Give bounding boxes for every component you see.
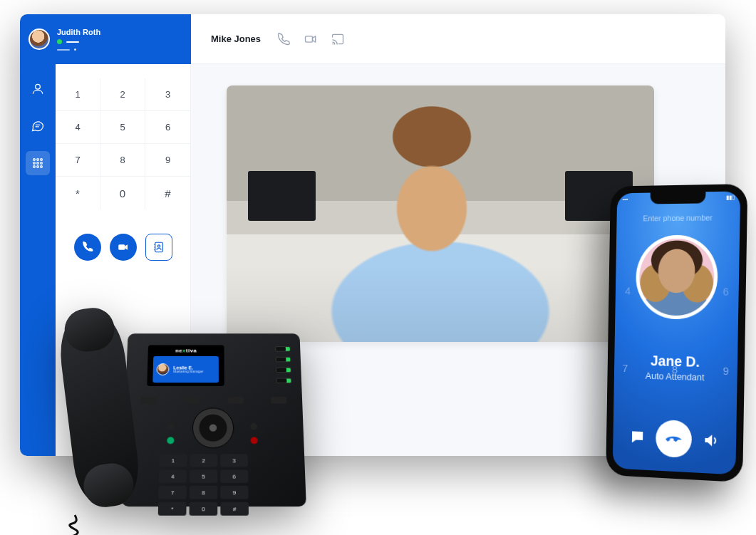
nav-chat[interactable] — [26, 114, 50, 138]
status-dot-2 — [74, 48, 76, 51]
contact-name: Mike Jones — [211, 33, 261, 44]
header-cast-button[interactable] — [331, 32, 345, 46]
mkey-9: 9 — [723, 365, 729, 377]
mkey-8: 8 — [672, 363, 678, 375]
dial-key-8[interactable]: 8 — [100, 144, 145, 177]
desk-phone-avatar — [156, 363, 169, 375]
desk-phone: nextiva Leslie E. Marketing Manager — [64, 306, 321, 520]
dial-key-hash[interactable]: # — [145, 177, 190, 209]
dial-key-6[interactable]: 6 — [145, 111, 190, 144]
dial-key-7[interactable]: 7 — [56, 144, 100, 177]
mobile-input-hint: Enter phone number — [643, 213, 713, 222]
svg-point-8 — [41, 162, 43, 165]
kp-5: 5 — [190, 469, 217, 482]
video-frame[interactable] — [227, 85, 654, 342]
svg-point-4 — [37, 159, 39, 161]
mobile-hangup-button[interactable] — [656, 420, 692, 458]
end-btn — [250, 437, 257, 444]
status-line-2 — [57, 49, 70, 51]
led-3 — [276, 368, 291, 373]
header-call-button[interactable] — [276, 32, 291, 46]
svg-point-6 — [33, 162, 36, 165]
mobile-chat-button[interactable] — [629, 428, 646, 446]
softkey-1 — [141, 397, 157, 404]
svg-rect-12 — [118, 244, 125, 250]
video-icon — [117, 241, 130, 254]
svg-point-10 — [37, 166, 39, 168]
desk-phone-leds — [275, 346, 291, 383]
svg-point-3 — [33, 159, 36, 161]
dial-grid: 1 2 3 4 5 6 7 8 9 * 0 # — [56, 78, 190, 209]
phone-icon — [81, 241, 94, 254]
mkey-6: 6 — [723, 285, 729, 297]
kp-star: * — [158, 502, 187, 516]
nav-dialpad[interactable] — [26, 151, 50, 175]
current-user-avatar[interactable] — [29, 28, 50, 50]
header-actions — [276, 32, 345, 46]
softkey-3 — [227, 397, 243, 404]
video-feed — [227, 85, 654, 342]
kp-3: 3 — [220, 454, 248, 467]
video-call-button[interactable] — [110, 234, 137, 261]
address-book-icon — [152, 241, 165, 254]
mkey-4: 4 — [625, 285, 631, 297]
svg-point-5 — [41, 159, 43, 161]
svg-rect-18 — [306, 36, 313, 41]
led-1 — [275, 346, 291, 351]
sidebar-nav — [20, 64, 56, 456]
mkey-7: 7 — [622, 362, 628, 374]
mobile-keys-mid: 4 6 — [616, 284, 739, 297]
fn-btn-1 — [167, 423, 175, 430]
mobile-call-controls — [613, 418, 736, 461]
grid-icon — [31, 156, 45, 170]
phone-icon — [276, 32, 291, 46]
kp-hash: # — [220, 502, 249, 516]
svg-point-9 — [33, 166, 36, 168]
chat-icon — [629, 428, 646, 446]
desk-phone-softkeys — [141, 397, 287, 404]
user-info: Judith Roth — [57, 28, 100, 51]
dial-key-0[interactable]: 0 — [100, 177, 145, 209]
header-video-button[interactable] — [304, 32, 318, 46]
call-button[interactable] — [74, 234, 101, 261]
mobile-caller-avatar — [638, 239, 715, 316]
svg-point-11 — [41, 166, 43, 168]
dial-key-3[interactable]: 3 — [145, 78, 190, 111]
dial-key-9[interactable]: 9 — [145, 144, 190, 177]
user-bar: Judith Roth — [20, 14, 191, 64]
desk-phone-base: nextiva Leslie E. Marketing Manager — [121, 333, 306, 507]
dial-key-star[interactable]: * — [56, 177, 100, 209]
dial-key-5[interactable]: 5 — [100, 111, 145, 144]
softkey-4 — [271, 397, 286, 404]
desk-phone-caller: Leslie E. Marketing Manager — [152, 356, 219, 383]
kp-9: 9 — [220, 486, 248, 499]
cast-icon — [331, 32, 345, 46]
status-line — [66, 41, 79, 43]
hangup-icon — [665, 429, 683, 448]
svg-point-7 — [37, 162, 39, 165]
current-user-name: Judith Roth — [57, 28, 100, 36]
dial-key-2[interactable]: 2 — [100, 78, 145, 111]
kp-2: 2 — [190, 454, 217, 467]
mobile-phone: •••▮▮▯ Enter phone number 4 6 7 8 9 Jane… — [606, 184, 747, 482]
nav-contacts[interactable] — [26, 77, 50, 101]
svg-point-19 — [333, 43, 334, 44]
kp-0: 0 — [190, 502, 218, 516]
desk-phone-caller-role: Marketing Manager — [173, 370, 203, 373]
kp-6: 6 — [220, 469, 248, 482]
secondary-status-row — [57, 48, 100, 51]
status-row[interactable] — [57, 39, 100, 44]
mobile-speaker-button[interactable] — [703, 432, 720, 450]
dial-key-1[interactable]: 1 — [56, 78, 100, 111]
contacts-button[interactable] — [145, 234, 172, 261]
mobile-status-bar: •••▮▮▯ — [623, 194, 735, 202]
dial-key-4[interactable]: 4 — [56, 111, 100, 144]
kp-8: 8 — [190, 486, 217, 499]
dial-actions — [56, 234, 190, 261]
mobile-screen: •••▮▮▯ Enter phone number 4 6 7 8 9 Jane… — [613, 191, 740, 474]
person-icon — [31, 82, 45, 96]
svg-point-14 — [157, 245, 160, 247]
desk-phone-cord — [68, 511, 160, 535]
mobile-keys-low: 7 8 9 — [614, 362, 737, 378]
led-4 — [276, 378, 291, 384]
